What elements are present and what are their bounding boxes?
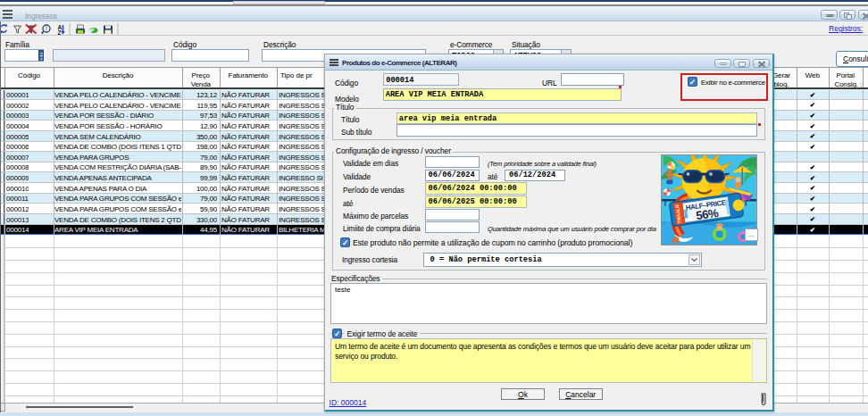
svg-text:Z: Z xyxy=(58,29,62,36)
svg-text:i: i xyxy=(46,25,46,31)
